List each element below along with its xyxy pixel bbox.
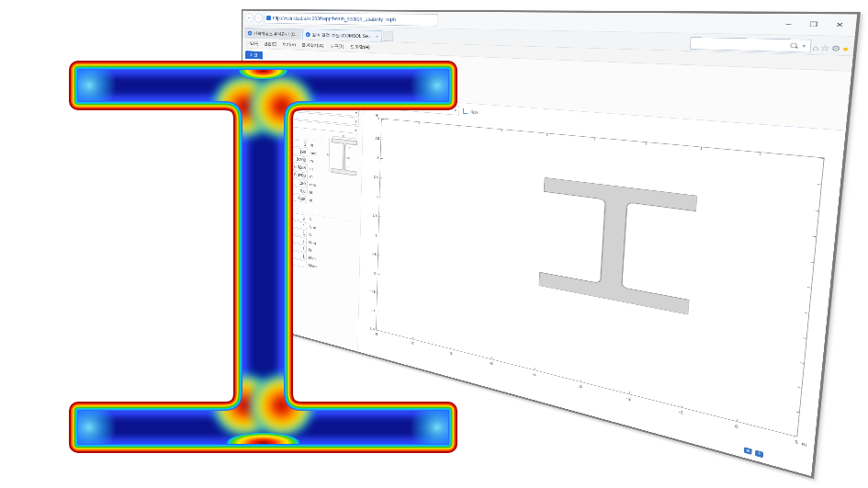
menu-item[interactable]: 도구(T) [330, 43, 344, 50]
x-tick-label: -5 [490, 361, 493, 367]
parameter-unit: m [310, 142, 323, 149]
parameter-unit: m [310, 166, 322, 173]
ribbon-button-about[interactable]: About [341, 65, 370, 83]
info-text: 정보 [251, 261, 258, 267]
tab-label: 길이 결정 계산 (COMSOL Se... [312, 32, 372, 40]
new-tab-button[interactable] [383, 31, 393, 41]
x-tick-label: -7 [411, 341, 414, 346]
page: ← → http://wsbr-tksd.s.kr:2036/app/beam_… [0, 0, 868, 488]
x-tick-mark [796, 434, 797, 437]
plot-frame: -8-7-6-5-4-3-2-10143.532.521.510.50-0.5-… [376, 119, 824, 437]
menu-item[interactable]: 파일(F) [246, 40, 258, 47]
ribbon-tab-main[interactable]: 메인 [245, 51, 263, 59]
titlebar-spacer [439, 20, 774, 24]
y-tick-mark [378, 235, 380, 236]
y-tick-mark [379, 217, 381, 218]
svg-text:tf: tf [349, 147, 351, 150]
menu-item[interactable]: 즐겨찾기(A) [301, 42, 323, 49]
y-tick-mark [795, 412, 799, 413]
y-tick-mark [815, 210, 818, 211]
back-button[interactable]: ← [245, 13, 254, 22]
url-text: http://wsbr-tksd.s.kr:2036/app/beam_sect… [273, 16, 396, 23]
x-tick-mark [760, 153, 761, 155]
reset-icon: ⟳ [285, 62, 294, 73]
y-tick-label: 3 [377, 156, 378, 161]
menu-item[interactable]: 도움말(H) [350, 43, 369, 50]
ribbon-button-label: About [350, 77, 360, 82]
favorites-star-icon[interactable]: ☆ [819, 43, 829, 52]
tab-close-icon[interactable]: × [376, 34, 378, 39]
y-tick-mark [817, 184, 821, 185]
address-bar[interactable]: http://wsbr-tksd.s.kr:2036/app/beam_sect… [264, 13, 437, 27]
y-tick-mark [798, 387, 802, 388]
y-tick-label: -1 [372, 308, 376, 312]
site-icon [266, 16, 271, 20]
parameter-unit: N/m² [309, 263, 321, 270]
parameter-unit: m [310, 198, 322, 204]
x-tick-mark [646, 142, 647, 145]
svg-text:b: b [343, 135, 344, 139]
view-select-value: Geometry [369, 101, 389, 108]
zoom-label: 4px [470, 109, 479, 115]
y-tick-mark [377, 312, 378, 312]
document-icon [351, 66, 359, 76]
ribbon-button-label: Reset all [283, 74, 297, 78]
document-icon [317, 64, 327, 75]
menu-item[interactable]: 보기(V) [283, 41, 297, 48]
tab-label: 이력저장소 유지관리 (C... [254, 30, 299, 37]
ribbon-button-label: Fixed section properties [308, 75, 335, 85]
y-tick-mark [380, 158, 382, 159]
ribbon-button-fixed-section-properties[interactable]: Fixed section properties [308, 63, 335, 85]
y-tick-mark [377, 330, 378, 331]
x-tick-label: 1 [795, 439, 798, 445]
log-icon[interactable]: ? [755, 450, 763, 459]
x-tick-mark [629, 392, 630, 394]
y-tick-label: -0.5 [369, 289, 376, 294]
document-icon [387, 68, 396, 79]
y-tick-mark [800, 362, 804, 363]
feedback-icon[interactable]: ● [842, 44, 850, 53]
axis-icon [463, 108, 468, 114]
ribbon-button-simulate[interactable]: ≡Simulate [247, 61, 272, 77]
y-tick-label: -1.5 [368, 326, 375, 332]
parameter-unit: N·m [309, 224, 321, 231]
zoom-control[interactable]: 4px [463, 108, 479, 115]
chevron-down-icon: ▾ [355, 119, 356, 123]
search-input[interactable]: ▾ [690, 37, 812, 52]
x-tick-mark [737, 419, 738, 422]
ribbon-button-reset-all[interactable]: ⟳Reset all [277, 62, 303, 79]
x-tick-mark [547, 133, 547, 136]
close-button[interactable]: ✕ [828, 19, 851, 31]
y-tick-mark [378, 255, 380, 255]
parameter-unit: N [309, 247, 321, 255]
ribbon-button-label: Report [385, 79, 397, 85]
page-icon: e [248, 31, 252, 36]
graphics-canvas[interactable]: -8-7-6-5-4-3-2-10143.532.521.510.50-0.5-… [361, 111, 837, 455]
x-tick-label: -3 [578, 383, 582, 389]
x-tick-mark [451, 346, 452, 348]
x-tick-mark [682, 404, 682, 407]
y-tick-label: 0 [374, 271, 376, 276]
menu-item[interactable]: 편집(E) [264, 40, 276, 47]
chevron-down-icon: ▾ [355, 101, 357, 106]
search-icon [790, 43, 798, 49]
beam-cross-section [538, 177, 697, 315]
restore-button[interactable]: ❐ [802, 19, 826, 30]
x-tick-label: -4 [532, 372, 536, 378]
minimize-button[interactable]: – [777, 18, 800, 29]
x-tick-mark [502, 130, 502, 131]
page-icon: e [306, 32, 310, 37]
parameter-unit: mm [310, 151, 322, 157]
document-icon [318, 64, 325, 74]
gear-icon[interactable]: ⚙ [830, 44, 840, 53]
home-icon[interactable]: ⌂ [812, 43, 819, 52]
app-content: 종류▾규격▾표시▾단위▾ 치수 L1mh190mmb0.200mtf0.0285… [242, 87, 845, 476]
y-tick-mark [805, 312, 808, 313]
comsol-logo-icon[interactable]: ≋ [744, 447, 752, 455]
document-icon [350, 66, 361, 77]
ribbon-button-report[interactable]: Report [376, 67, 407, 85]
browser-window: ← → http://wsbr-tksd.s.kr:2036/app/beam_… [241, 9, 861, 479]
forward-button[interactable]: → [254, 14, 263, 23]
y-tick-mark [807, 288, 811, 289]
x-tick-mark [535, 368, 535, 369]
